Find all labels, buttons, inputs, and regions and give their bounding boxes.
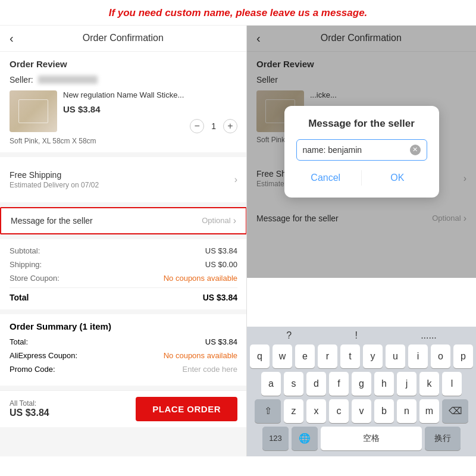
key-o[interactable]: o: [431, 345, 450, 368]
summary-total-row: Total: US $3.84: [10, 337, 237, 346]
right-panel: ‹ Order Confirmation Order Review Seller…: [247, 26, 476, 456]
key-a[interactable]: a: [261, 372, 281, 396]
key-question[interactable]: ?: [286, 330, 292, 341]
summary-coupon-row[interactable]: AliExpress Coupon: No coupons available: [10, 351, 237, 360]
key-q[interactable]: q: [250, 345, 270, 368]
key-r[interactable]: r: [318, 345, 337, 368]
left-scroll: Order Review Seller: New regulation Name…: [0, 52, 247, 456]
space-key[interactable]: 空格: [321, 427, 422, 450]
shipping-chevron-icon: ›: [234, 174, 237, 185]
key-s[interactable]: s: [284, 372, 303, 396]
key-b[interactable]: b: [374, 399, 394, 423]
subtotal-row: Subtotal: US $3.84: [10, 246, 237, 255]
key-f[interactable]: f: [329, 372, 349, 396]
return-key[interactable]: 换行: [425, 427, 461, 450]
left-back-button[interactable]: ‹: [10, 32, 14, 45]
dialog-clear-button[interactable]: ✕: [410, 145, 421, 155]
dialog-title: Message for the seller: [296, 118, 427, 130]
delete-key[interactable]: ⌫: [442, 399, 468, 423]
message-optional: Optional: [202, 216, 230, 225]
total-label: Total: [10, 293, 29, 302]
key-t[interactable]: t: [340, 345, 360, 368]
subtotal-label: Subtotal:: [10, 246, 40, 255]
key-u[interactable]: u: [386, 345, 405, 368]
qty-increase-button[interactable]: +: [223, 119, 237, 133]
message-label: Message for the seller: [11, 216, 93, 226]
dialog-cancel-button[interactable]: Cancel: [296, 170, 356, 186]
qty-decrease-button[interactable]: −: [190, 119, 204, 133]
product-row: New regulation Name Wall Sticke... US $3…: [10, 90, 237, 133]
keyboard-bottom-row: 123 🌐 空格 换行: [249, 427, 474, 450]
product-image-inner: [10, 90, 57, 132]
shipping-cost-row: Shipping: US $0.00: [10, 260, 237, 269]
dialog-ok-button[interactable]: OK: [368, 170, 427, 186]
dialog-input-text[interactable]: name: benjamin: [303, 145, 410, 155]
bottom-bar: All Total: US $3.84 PLACE ORDER: [0, 390, 247, 427]
key-h[interactable]: h: [374, 372, 394, 396]
top-banner: If you need custom name, please leave us…: [0, 0, 476, 26]
order-summary-section: Order Summary (1 item) Total: US $3.84 A…: [0, 314, 247, 386]
key-v[interactable]: v: [352, 399, 371, 423]
keyboard-row-3: ⇧ z x c v b n m ⌫: [249, 399, 474, 423]
shift-key[interactable]: ⇧: [255, 399, 281, 423]
key-y[interactable]: y: [363, 345, 383, 368]
qty-controls: − 1 +: [63, 119, 237, 133]
shipping-info: Free Shipping Estimated Delivery on 07/0…: [10, 170, 99, 189]
key-j[interactable]: j: [397, 372, 416, 396]
keyboard-row-2: a s d f g h j k l: [249, 372, 474, 396]
keyboard-row-1: q w e r t y u i o p: [249, 345, 474, 368]
promo-value: Enter code here: [182, 365, 237, 374]
pricing-section: Subtotal: US $3.84 Shipping: US $0.00 St…: [0, 239, 247, 309]
all-total-amount: US $3.84: [10, 408, 49, 418]
left-nav-bar: ‹ Order Confirmation: [0, 26, 247, 52]
promo-row[interactable]: Promo Code: Enter code here: [10, 365, 237, 374]
shipping-row[interactable]: Free Shipping Estimated Delivery on 07/0…: [10, 164, 237, 195]
product-info: New regulation Name Wall Sticke... US $3…: [63, 90, 237, 133]
key-i[interactable]: i: [408, 345, 428, 368]
all-total-label: All Total:: [10, 399, 49, 408]
key-l[interactable]: l: [442, 372, 462, 396]
qty-number: 1: [211, 121, 216, 131]
shipping-section: Free Shipping Estimated Delivery on 07/0…: [0, 157, 247, 202]
shipping-cost-label: Shipping:: [10, 260, 42, 269]
key-exclaim[interactable]: !: [355, 330, 357, 341]
seller-name-blur: [38, 76, 98, 84]
key-z[interactable]: z: [284, 399, 303, 423]
key-k[interactable]: k: [419, 372, 439, 396]
left-phone-screen: ‹ Order Confirmation Order Review Seller…: [0, 26, 247, 456]
key-p[interactable]: p: [453, 345, 473, 368]
dialog-overlay: Message for the seller name: benjamin ✕ …: [247, 26, 476, 278]
total-value: US $3.84: [203, 293, 237, 302]
globe-key[interactable]: 🌐: [292, 427, 318, 450]
key-x[interactable]: x: [306, 399, 326, 423]
coupon-value: No coupons available: [164, 274, 237, 283]
product-image: [10, 90, 57, 132]
promo-label: Promo Code:: [10, 365, 55, 374]
dialog-input-row[interactable]: name: benjamin ✕: [296, 139, 427, 161]
product-variant: Soft Pink, XL 58cm X 58cm: [10, 137, 237, 145]
total-row: Total US $3.84: [10, 287, 237, 302]
order-review-title: Order Review: [10, 59, 237, 69]
key-m[interactable]: m: [419, 399, 439, 423]
key-w[interactable]: w: [273, 345, 292, 368]
key-d[interactable]: d: [306, 372, 326, 396]
message-right: Optional ›: [202, 215, 236, 226]
key-n[interactable]: n: [397, 399, 416, 423]
key-c[interactable]: c: [329, 399, 349, 423]
product-name: New regulation Name Wall Sticke...: [63, 90, 237, 101]
subtotal-value: US $3.84: [205, 246, 237, 255]
summary-total-label: Total:: [10, 337, 28, 346]
message-for-seller-row[interactable]: Message for the seller Optional ›: [0, 207, 247, 234]
num-key[interactable]: 123: [262, 427, 289, 450]
summary-total-value: US $3.84: [205, 337, 237, 346]
coupon-row[interactable]: Store Coupon: No coupons available: [10, 274, 237, 283]
key-g[interactable]: g: [352, 372, 371, 396]
shipping-sub: Estimated Delivery on 07/02: [10, 181, 99, 189]
place-order-button[interactable]: PLACE ORDER: [136, 397, 237, 421]
order-summary-title: Order Summary (1 item): [10, 321, 237, 331]
summary-coupon-value: No coupons available: [164, 351, 237, 360]
key-e[interactable]: e: [295, 345, 315, 368]
key-ellipsis[interactable]: ......: [421, 330, 437, 341]
dialog-divider: [361, 170, 362, 186]
summary-coupon-label: AliExpress Coupon:: [10, 351, 77, 360]
